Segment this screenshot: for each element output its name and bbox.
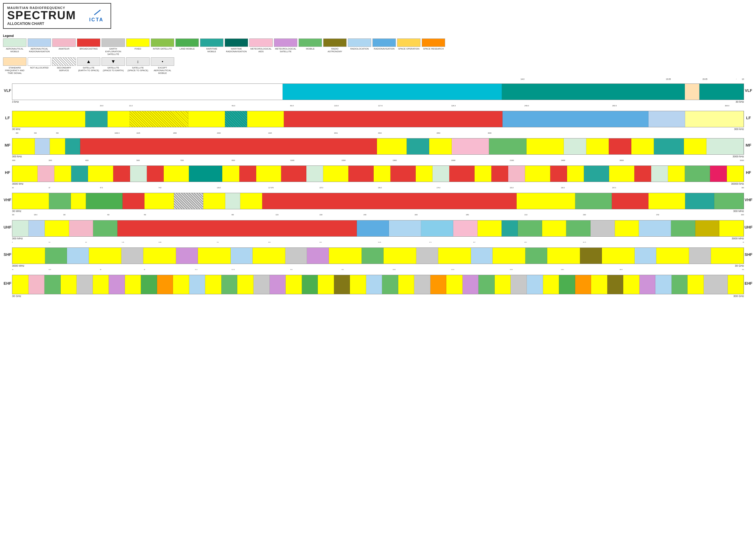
legend-section: Legend AERONAUTICALMOBILE AERONAUTICALRA… <box>3 34 753 55</box>
mf-seg17 <box>707 138 744 154</box>
uhf-s6 <box>357 220 389 237</box>
mf-seg2 <box>35 138 50 154</box>
vhf-s1 <box>12 193 49 209</box>
header-title: SPECTRUM <box>7 10 86 21</box>
hf-label-right: HF <box>744 160 753 185</box>
mf-label-right: MF <box>744 132 753 158</box>
lf-seg6 <box>225 111 247 127</box>
legend-earth-expl: EARTHEXPLORATIONSATELLITE <box>101 38 125 55</box>
hf-s36 <box>727 166 744 182</box>
legend-radioloc: RADIOLOCATION <box>348 38 371 50</box>
mf-seg15 <box>654 138 684 154</box>
uhf-s2 <box>29 220 45 237</box>
vlf-band-wrapper: VLF 10 14.0 19.95 20.05 ↑ <box>3 78 753 103</box>
ehf-s26 <box>414 275 430 294</box>
ehf-s27 <box>430 275 447 294</box>
ehf-s41 <box>656 275 672 294</box>
lf-band-wrapper: LF 20.0 21.0 46.0 80.0 110.0 117.6 126.0… <box>3 105 753 131</box>
ehf-label-left: EHF <box>3 269 12 298</box>
shf-s25 <box>656 248 689 264</box>
uhf-s17 <box>639 220 671 237</box>
shf-s16 <box>416 248 438 264</box>
ehf-s3 <box>44 275 61 294</box>
hf-s28 <box>567 166 584 182</box>
shf-s7 <box>176 248 198 264</box>
hf-band-wrapper: HF 3000 3500 4000 5900 7000 9500 11600 1… <box>3 160 753 185</box>
hf-s29 <box>584 166 609 182</box>
mf-seg8 <box>452 138 489 154</box>
legend-aeronav: AERONAUTICALRADIONAVIGATION <box>28 38 51 53</box>
hf-s27 <box>550 166 567 182</box>
ehf-s19 <box>302 275 318 294</box>
lf-seg-broadcast <box>284 111 503 127</box>
shf-s23 <box>602 248 635 264</box>
hf-s33 <box>668 166 685 182</box>
legend-amateur: AMATEUR <box>52 38 76 50</box>
ehf-s40 <box>639 275 656 294</box>
lf-label-left: LF <box>3 105 12 131</box>
ehf-s35 <box>559 275 575 294</box>
hf-s4 <box>71 166 88 182</box>
uhf-s9 <box>453 220 477 237</box>
shf-s19 <box>493 248 525 264</box>
legend-sat-space-to-earth: ▼ SATELLITE(SPACE TO EARTH) <box>101 57 125 72</box>
ehf-s24 <box>382 275 398 294</box>
uhf-s1 <box>12 220 29 237</box>
vhf-s15 <box>685 193 715 209</box>
icta-logo: ⟋ ICTA <box>86 6 107 24</box>
lf-seg2 <box>85 111 108 127</box>
uhf-s13 <box>542 220 566 237</box>
legend-space-op: SPACE OPERATION <box>397 38 420 50</box>
legend-fixed: FIXED <box>126 38 150 50</box>
lf-seg7 <box>247 111 284 127</box>
hf-s22 <box>449 166 474 182</box>
vlf-seg-std-freq <box>685 84 700 100</box>
hf-s25 <box>508 166 525 182</box>
uhf-s10 <box>477 220 502 237</box>
legend-radionav: RADIONAVIGATION <box>372 38 396 50</box>
mf-seg-broadcast <box>80 138 377 154</box>
shf-s9 <box>231 248 253 264</box>
vhf-s16 <box>714 193 744 209</box>
ehf-bottom-labels: 30 GHz 300 GHz <box>12 294 744 298</box>
shf-s14 <box>362 248 384 264</box>
lf-seg8 <box>648 111 685 127</box>
shf-label-left: SHF <box>3 242 12 267</box>
shf-s24 <box>635 248 657 264</box>
uhf-s14 <box>566 220 590 237</box>
vhf-bar <box>12 193 744 209</box>
shf-s12 <box>307 248 329 264</box>
ehf-s22 <box>350 275 366 294</box>
legend-colors: AERONAUTICALMOBILE AERONAUTICALRADIONAVI… <box>3 38 753 55</box>
ehf-s18 <box>286 275 302 294</box>
lf-seg3 <box>108 111 130 127</box>
hf-s32 <box>651 166 668 182</box>
mf-seg12 <box>586 138 609 154</box>
ehf-s16 <box>253 275 270 294</box>
ehf-s23 <box>366 275 382 294</box>
uhf-s-tv <box>118 220 357 237</box>
hf-s20 <box>416 166 432 182</box>
hf-s35 <box>710 166 727 182</box>
shf-s4 <box>89 248 122 264</box>
hf-s14 <box>281 166 306 182</box>
vhf-s8 <box>203 193 225 209</box>
hf-s26 <box>525 166 550 182</box>
hf-s21 <box>432 166 449 182</box>
hf-s30 <box>609 166 634 182</box>
ehf-s7 <box>109 275 125 294</box>
mf-bar <box>12 138 744 155</box>
vhf-s-fm-broadcast <box>262 193 517 209</box>
mf-seg5 <box>377 138 407 154</box>
vhf-s10 <box>240 193 262 209</box>
shf-s22 <box>580 248 602 264</box>
vlf-label-left: VLF <box>3 78 12 103</box>
uhf-s5 <box>93 220 118 237</box>
uhf-s15 <box>590 220 615 237</box>
legend-except-aero: • EXCEPTAERONAUTICALMOBILE <box>151 57 174 75</box>
uhf-s18 <box>671 220 695 237</box>
vhf-s14 <box>648 193 685 209</box>
vlf-bar <box>12 84 744 100</box>
uhf-s11 <box>502 220 518 237</box>
ehf-band-wrapper: EHF 30 31.8 36 40 51.4 55.78 70.0 74.0 1… <box>3 269 753 298</box>
